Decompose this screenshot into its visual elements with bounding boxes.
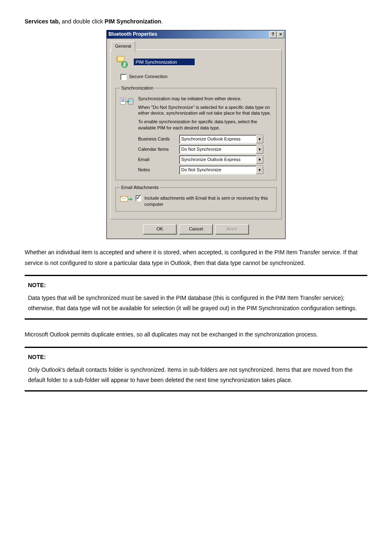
- chevron-down-icon: ▼: [256, 166, 263, 174]
- intro-bold-1: Services tab,: [25, 18, 60, 25]
- email-attachments-legend: Email Attachments: [120, 184, 160, 192]
- svg-rect-8: [129, 99, 132, 101]
- select-email[interactable]: Synchronize Outlook Express ▼: [179, 155, 264, 164]
- note-box-1: NOTE: Data types that will be synchroniz…: [25, 275, 367, 320]
- chevron-down-icon: ▼: [256, 145, 263, 154]
- select-notes-value: Do Not Synchronize: [181, 166, 221, 174]
- label-notes: Notes: [120, 166, 179, 174]
- svg-rect-4: [121, 99, 125, 99]
- select-email-value: Synchronize Outlook Express: [181, 156, 240, 164]
- label-calendar-items: Calendar Items: [120, 145, 179, 154]
- bluetooth-properties-dialog: Bluetooth Properties ? × General: [106, 30, 286, 239]
- note-heading-2: NOTE:: [28, 352, 364, 362]
- select-business-cards-value: Synchronize Outlook Express: [181, 135, 240, 143]
- sync-description: Synchronization may be initiated from ei…: [138, 96, 272, 134]
- intro-mid: and double click: [60, 18, 104, 25]
- cancel-button[interactable]: Cancel: [179, 224, 213, 235]
- include-attachments-checkbox[interactable]: [136, 195, 141, 201]
- include-attachments-label: Include attachments with Email that is s…: [145, 195, 272, 207]
- synchronization-legend: Synchronization: [120, 84, 154, 92]
- svg-rect-6: [121, 101, 125, 102]
- note-box-2: NOTE: Only Outlook's default contacts fo…: [25, 347, 367, 392]
- ok-button[interactable]: OK: [143, 224, 177, 235]
- synchronization-group: Synchronization: [115, 84, 277, 180]
- select-calendar-items-value: Do Not Synchronize: [181, 145, 221, 154]
- select-notes[interactable]: Do Not Synchronize ▼: [179, 166, 264, 175]
- secure-connection-checkbox[interactable]: [120, 74, 127, 80]
- doc-para-1: Whether an individual item is accepted a…: [25, 247, 367, 268]
- sync-devices-icon: [120, 96, 134, 134]
- sync-line-1: Synchronization may be initiated from ei…: [138, 96, 272, 102]
- svg-rect-1: [118, 56, 124, 61]
- sync-line-2: When "Do Not Synchronize" is selected fo…: [138, 104, 272, 117]
- intro-line: Services tab, and double click PIM Synch…: [25, 16, 367, 27]
- label-business-cards: Business Cards: [120, 135, 179, 143]
- doc-para-2: Microsoft Outlook permits duplicate entr…: [25, 329, 367, 340]
- intro-suffix: .: [161, 18, 163, 25]
- select-business-cards[interactable]: Synchronize Outlook Express ▼: [179, 135, 264, 144]
- dialog-title: Bluetooth Properties: [108, 30, 157, 39]
- label-email: Email: [120, 156, 179, 164]
- select-calendar-items[interactable]: Do Not Synchronize ▼: [179, 145, 264, 154]
- tab-general[interactable]: General: [111, 41, 135, 52]
- sync-line-3: To enable synchronization for specific d…: [138, 119, 272, 131]
- intro-bold-2: PIM Synchronization: [105, 18, 161, 25]
- close-button[interactable]: ×: [277, 31, 284, 38]
- service-name-input[interactable]: [134, 58, 195, 66]
- note-body-2: Only Outlook's default contacts folder i…: [28, 365, 364, 385]
- tab-strip: General: [110, 41, 282, 50]
- titlebar: Bluetooth Properties ? ×: [107, 30, 285, 39]
- note-heading-1: NOTE:: [28, 280, 364, 290]
- help-button[interactable]: ?: [269, 31, 277, 38]
- chevron-down-icon: ▼: [256, 135, 263, 143]
- pim-sync-icon: [115, 55, 129, 69]
- apply-button: Apply: [215, 224, 249, 235]
- email-attachments-group: Email Attachments Include attachments wi…: [115, 184, 277, 212]
- svg-rect-5: [121, 100, 125, 101]
- note-body-1: Data types that will be synchronized mus…: [28, 293, 364, 313]
- envelope-arrow-icon: [120, 195, 132, 206]
- tab-panel-general: Secure Connection Synchronization: [110, 49, 282, 219]
- chevron-down-icon: ▼: [256, 156, 263, 164]
- secure-connection-label: Secure Connection: [129, 73, 168, 81]
